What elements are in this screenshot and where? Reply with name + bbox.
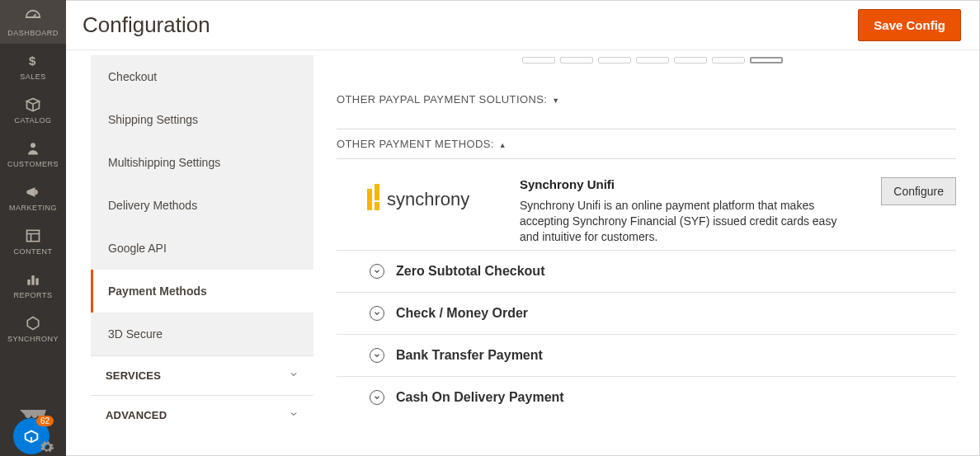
sidebar-group-label: ADVANCED bbox=[106, 409, 167, 421]
main-column: OTHER PAYPAL PAYMENT SOLUTIONS: OTHER PA… bbox=[313, 50, 979, 455]
helper-badge: 62 bbox=[36, 416, 54, 426]
synchrony-logotext: synchrony bbox=[387, 189, 469, 209]
rail-sales[interactable]: $ SALES bbox=[0, 44, 66, 87]
dollar-icon: $ bbox=[24, 52, 42, 70]
megaphone-icon bbox=[24, 183, 42, 201]
synchrony-description: Synchrony Unifi Synchrony Unifi is an on… bbox=[520, 177, 863, 245]
method-zero-subtotal[interactable]: Zero Subtotal Checkout bbox=[337, 250, 956, 292]
sidebar-item-3d-secure[interactable]: 3D Secure bbox=[91, 313, 313, 355]
svg-rect-8 bbox=[375, 184, 379, 200]
triangle-down-icon bbox=[552, 93, 559, 106]
expand-icon bbox=[370, 264, 384, 279]
svg-text:$: $ bbox=[29, 54, 36, 68]
svg-rect-2 bbox=[27, 230, 40, 241]
rail-label: REPORTS bbox=[14, 291, 53, 299]
page: Configuration Save Config Checkout Shipp… bbox=[66, 0, 980, 456]
configure-button[interactable]: Configure bbox=[881, 177, 956, 205]
sidebar-item-shipping-settings[interactable]: Shipping Settings bbox=[91, 98, 313, 141]
method-cash-on-delivery[interactable]: Cash On Delivery Payment bbox=[337, 376, 956, 418]
sidebar-group-services[interactable]: SERVICES bbox=[91, 355, 313, 395]
method-bank-transfer[interactable]: Bank Transfer Payment bbox=[337, 334, 956, 376]
rail-label: DASHBOARD bbox=[7, 29, 59, 37]
expand-icon bbox=[370, 306, 384, 321]
rail-synchrony[interactable]: SYNCHRONY bbox=[0, 306, 66, 350]
sidebar-item-delivery-methods[interactable]: Delivery Methods bbox=[91, 184, 313, 227]
config-sidebar: Checkout Shipping Settings Multishipping… bbox=[91, 55, 313, 455]
rail-content[interactable]: CONTENT bbox=[0, 219, 66, 262]
sidebar-group-label: SERVICES bbox=[106, 369, 161, 382]
synchrony-title: Synchrony Unifi bbox=[520, 177, 851, 191]
rail-reports[interactable]: REPORTS bbox=[0, 262, 66, 306]
card-chip bbox=[674, 57, 707, 63]
rail-marketing[interactable]: MARKETING bbox=[0, 175, 66, 219]
method-label: Cash On Delivery Payment bbox=[396, 390, 564, 405]
card-chip bbox=[712, 57, 745, 63]
synchrony-text: Synchrony Unifi is an online payment pla… bbox=[520, 198, 851, 245]
rail-customers[interactable]: CUSTOMERS bbox=[0, 131, 66, 175]
gauge-icon bbox=[24, 8, 42, 26]
rail-label: CATALOG bbox=[14, 116, 51, 125]
card-chips bbox=[522, 57, 956, 63]
synchrony-block: synchrony Synchrony Unifi Synchrony Unif… bbox=[337, 158, 956, 250]
method-check-money-order[interactable]: Check / Money Order bbox=[337, 292, 956, 334]
svg-rect-3 bbox=[27, 280, 30, 285]
svg-point-1 bbox=[31, 143, 35, 148]
method-label: Zero Subtotal Checkout bbox=[396, 264, 544, 279]
save-button[interactable]: Save Config bbox=[858, 9, 961, 41]
page-title: Configuration bbox=[82, 12, 210, 38]
sidebar-group-advanced[interactable]: ADVANCED bbox=[91, 395, 313, 435]
rail-label: MARKETING bbox=[9, 204, 57, 212]
method-label: Bank Transfer Payment bbox=[396, 348, 543, 363]
svg-rect-5 bbox=[35, 278, 38, 284]
triangle-up-icon bbox=[499, 138, 506, 150]
config-sidebar-list: Checkout Shipping Settings Multishipping… bbox=[91, 55, 313, 355]
card-chip bbox=[560, 57, 593, 63]
card-chip bbox=[522, 57, 555, 63]
sidebar-item-google-api[interactable]: Google API bbox=[91, 227, 313, 270]
gear-icon[interactable] bbox=[40, 440, 54, 454]
admin-rail: DASHBOARD $ SALES CATALOG CUSTOMERS MARK… bbox=[0, 0, 66, 456]
box-icon bbox=[24, 96, 42, 114]
svg-rect-9 bbox=[375, 202, 379, 210]
svg-rect-7 bbox=[367, 189, 372, 210]
sidebar-item-payment-methods[interactable]: Payment Methods bbox=[91, 270, 313, 313]
rail-label: CUSTOMERS bbox=[7, 160, 59, 168]
content-row: Checkout Shipping Settings Multishipping… bbox=[66, 50, 979, 455]
chevron-down-icon bbox=[289, 409, 299, 421]
rail-label: SYNCHRONY bbox=[7, 335, 59, 343]
section-label: OTHER PAYPAL PAYMENT SOLUTIONS: bbox=[337, 93, 547, 106]
svg-marker-6 bbox=[27, 317, 38, 330]
svg-rect-4 bbox=[31, 275, 34, 285]
section-other-paypal[interactable]: OTHER PAYPAL PAYMENT SOLUTIONS: bbox=[337, 85, 956, 114]
hex-icon bbox=[24, 314, 42, 332]
page-top-bar: Configuration Save Config bbox=[66, 1, 979, 50]
sidebar-item-checkout[interactable]: Checkout bbox=[91, 55, 313, 98]
sidebar-item-multishipping-settings[interactable]: Multishipping Settings bbox=[91, 141, 313, 184]
rail-dashboard[interactable]: DASHBOARD bbox=[0, 0, 66, 44]
card-chip bbox=[750, 57, 783, 63]
stores-helper-cluster: 62 bbox=[10, 407, 54, 451]
person-icon bbox=[24, 139, 42, 157]
section-label: OTHER PAYMENT METHODS: bbox=[337, 138, 494, 150]
expand-icon bbox=[370, 348, 384, 363]
card-chip bbox=[598, 57, 631, 63]
bars-icon bbox=[24, 270, 42, 289]
chevron-down-icon bbox=[289, 369, 299, 382]
synchrony-logo: synchrony bbox=[361, 184, 502, 215]
rail-catalog[interactable]: CATALOG bbox=[0, 87, 66, 131]
method-label: Check / Money Order bbox=[396, 306, 528, 321]
rail-label: CONTENT bbox=[14, 247, 53, 256]
rail-label: SALES bbox=[20, 73, 46, 81]
card-chip bbox=[636, 57, 669, 63]
layout-icon bbox=[24, 227, 42, 245]
expand-icon bbox=[370, 390, 384, 405]
section-other-methods[interactable]: OTHER PAYMENT METHODS: bbox=[337, 129, 956, 158]
